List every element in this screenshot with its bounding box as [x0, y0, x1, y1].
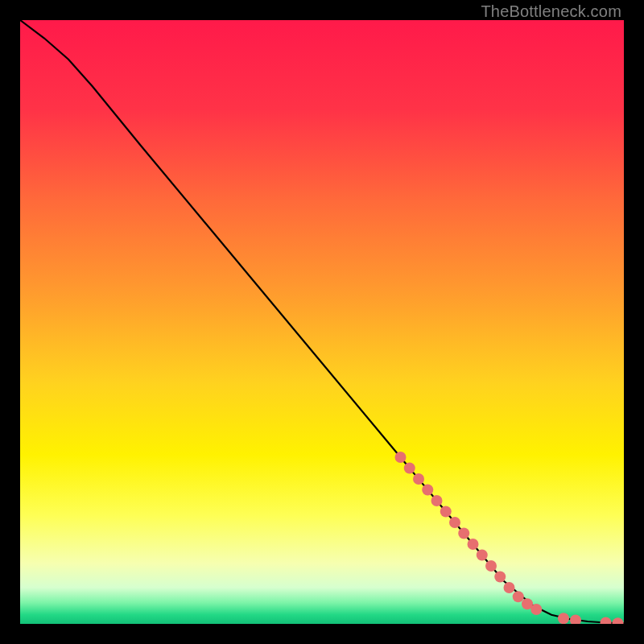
data-marker: [440, 506, 452, 518]
data-marker: [530, 604, 542, 615]
data-marker: [494, 572, 506, 583]
chart-frame: [20, 20, 624, 624]
data-marker: [468, 539, 479, 550]
gradient-background: [20, 20, 624, 624]
data-marker: [513, 591, 524, 602]
data-marker: [558, 613, 569, 624]
data-marker: [504, 582, 515, 593]
data-marker: [413, 473, 424, 485]
data-marker: [431, 495, 443, 506]
data-marker: [422, 485, 433, 496]
data-marker: [395, 452, 407, 463]
attribution-text: TheBottleneck.com: [481, 2, 621, 21]
data-marker: [477, 550, 488, 561]
data-marker: [458, 528, 469, 539]
data-marker: [485, 560, 497, 572]
data-marker: [404, 463, 415, 474]
data-marker: [449, 517, 460, 528]
plot-svg: [20, 20, 624, 624]
